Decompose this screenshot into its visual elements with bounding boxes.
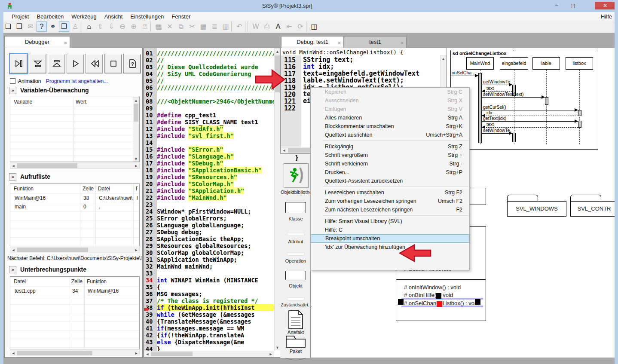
code-line[interactable]: ////////////////////////////////////// <box>157 50 274 57</box>
code-line[interactable]: #define SISY_CLASS_NAME test1 <box>157 119 274 125</box>
edit-note-icon[interactable]: ▤ <box>153 21 164 32</box>
code-line[interactable]: { <box>157 284 274 291</box>
code-line[interactable]: #include "SLanguage.h" <box>157 153 274 160</box>
code-line[interactable]: #include "SApplicationBasic.h" <box>157 167 274 174</box>
scroll-thumb[interactable] <box>17 248 88 252</box>
palette-zustandsattribut[interactable] <box>287 297 304 300</box>
message-line[interactable] <box>482 110 578 110</box>
menu-item-einstellungen[interactable]: Einstellungen <box>126 12 168 21</box>
undo-icon[interactable]: ↶ <box>234 21 245 32</box>
document-refresh-icon[interactable]: ⟳ <box>295 21 306 32</box>
context-menu-item-13[interactable]: Lesezeichen umschaltenStrg F2 <box>311 188 469 197</box>
code-line[interactable]: if (theWinApp.init(hThisInst <box>157 304 274 311</box>
word-export-icon[interactable]: W <box>251 21 261 32</box>
code-line[interactable]: {TranslateMessage(&messages <box>157 318 274 325</box>
scroll-thumb[interactable] <box>134 104 138 122</box>
code-line[interactable]: SColorMap globalColorMap; <box>157 249 274 256</box>
selection-handle-anchor[interactable] <box>437 301 442 307</box>
context-menu-item-9[interactable]: Schrift verkleinernStrg - <box>311 159 469 168</box>
scroll-up-arrow[interactable]: ▲ <box>275 49 280 54</box>
code-line[interactable]: #define cpp_test1 <box>157 112 274 119</box>
context-menu-item-17[interactable]: Hilfe: Smart Visual Library (SVL) <box>311 217 469 226</box>
breakpoints-hscrollbar[interactable]: ◄► <box>10 350 140 356</box>
context-menu-item-3[interactable]: Alles markierenStrg A <box>311 113 469 122</box>
context-menu-item-15[interactable]: Zum nächsten Lesezeichen springenF2 <box>311 205 469 214</box>
code-line[interactable]: lable.setWindowText(text); <box>303 77 440 84</box>
code-line[interactable]: text=eingabefeld.getWindowText <box>303 70 440 77</box>
menu-item-bearbeiten[interactable]: Bearbeiten <box>33 12 67 21</box>
code-line[interactable]: int idx; <box>303 63 440 70</box>
context-menu-item-7[interactable]: RückgängigStrg Z <box>311 142 469 151</box>
home-icon[interactable]: ⌂ <box>84 21 94 32</box>
delete-icon[interactable]: ✕ <box>165 21 175 32</box>
list-icon[interactable]: ≣ <box>209 21 220 32</box>
watch-hscrollbar[interactable]: ◄► <box>10 162 140 169</box>
menu-item-fenster[interactable]: Fenster <box>168 12 194 21</box>
scroll-left-arrow[interactable]: ◄ <box>11 163 16 168</box>
editor-vscrollbar[interactable]: ▲▼ <box>274 48 281 350</box>
breakpoints-table-row-0[interactable]: 34 <box>72 288 84 297</box>
code-line[interactable]: SWindow* pFirstWindow=NULL; <box>157 208 274 215</box>
callstack-table-row-1[interactable]: 0 <box>83 204 95 212</box>
columns-icon[interactable]: ▥ <box>220 21 231 32</box>
selection-handle-top[interactable] <box>436 293 441 299</box>
code-line[interactable] <box>157 201 274 208</box>
code-line[interactable]: SApplication theWinApp; <box>157 256 274 263</box>
context-menu-item-11[interactable]: Quelltext-Assistent zurücksetzen <box>311 177 469 185</box>
tab-debugger[interactable]: Debugger✕ <box>4 36 70 48</box>
close-button[interactable]: ✕ <box>595 2 615 9</box>
scroll-right-arrow[interactable]: ► <box>134 247 139 253</box>
context-menu-item-8[interactable]: Schrift vergrößernStrg + <box>311 151 469 159</box>
selection-handle-right[interactable] <box>475 299 480 305</box>
tab-test1[interactable]: test1✕ <box>344 36 407 48</box>
callstack-table-row-0[interactable]: C:\Users\huwi\... <box>99 195 133 204</box>
code-line[interactable]: ///<ObjektNummer>2946</ObjektNummer> <box>157 98 274 105</box>
step-over-button[interactable] <box>29 54 46 73</box>
mail-icon[interactable]: ✉ <box>25 21 36 32</box>
code-line[interactable]: SResources globalResources; <box>157 242 274 249</box>
code-line[interactable]: int WINAPI WinMain (HINSTANCE <box>157 277 274 284</box>
animation-checkbox[interactable] <box>10 78 15 84</box>
code-line[interactable]: SDebug debug; <box>157 229 274 236</box>
palette-artefakt[interactable] <box>288 310 303 329</box>
palette-operation[interactable] <box>287 253 304 256</box>
scroll-right-arrow[interactable]: ► <box>268 351 273 357</box>
palette-klasse[interactable] <box>285 202 306 213</box>
breakpoints-table-row-0[interactable]: test1.cpp <box>15 288 69 297</box>
context-menu-item-14[interactable]: Zum vorherigen Lesezeichen springenUmsch… <box>311 197 469 205</box>
watch-table-vscrollbar[interactable]: ▲▼ <box>133 97 139 162</box>
code-line[interactable] <box>157 105 274 112</box>
code-line[interactable]: SApplicationBasic theApp; <box>157 236 274 242</box>
maximize-button[interactable]: ▢ <box>566 2 579 9</box>
copy-icon[interactable]: ⧉ <box>176 21 186 32</box>
callstack-table-row-1[interactable]: main <box>15 204 80 212</box>
context-menu-item-1[interactable]: AusschneidenStrg X <box>311 96 469 105</box>
scroll-left-arrow[interactable]: ◄ <box>145 351 150 357</box>
cut-icon[interactable]: ✂ <box>187 21 197 32</box>
context-menu-item-20[interactable]: 'idx' zur Überwachung hinzufügen <box>311 243 469 251</box>
code-line[interactable] <box>157 270 274 277</box>
lifeline-eingabefeld[interactable]: eingabefeld <box>500 57 528 70</box>
package-svl_windows[interactable]: SVL_WINDOWS <box>507 201 566 217</box>
callstack-table-row-0[interactable]: hTl <box>137 195 138 204</box>
print-icon[interactable]: ⎙ <box>262 21 272 32</box>
paste-icon[interactable]: ▦ <box>198 21 208 32</box>
titlebar[interactable]: SiSy® [Projekt3.spr] – ▢ ✕ <box>0 0 618 12</box>
menu-item-projekt[interactable]: Projekt <box>8 12 33 21</box>
menu-item-hilfe[interactable]: Hilfe <box>601 13 612 20</box>
stop-button[interactable] <box>104 54 122 73</box>
callstack-collapse-button[interactable]: » <box>9 173 16 180</box>
message-line[interactable] <box>482 85 512 85</box>
code-line[interactable]: #include "SColorMap.h" <box>157 180 274 187</box>
scroll-thumb[interactable] <box>17 351 92 355</box>
window-preview-icon[interactable]: ❐ <box>59 21 69 32</box>
close-icon[interactable]: ✕ <box>337 37 341 49</box>
breakpoints-table-row-0[interactable]: WinMain@16 <box>88 288 138 297</box>
callstack-hscrollbar[interactable]: ◄► <box>10 247 140 253</box>
palette-attribut[interactable] <box>287 233 304 236</box>
package-svl_contr[interactable]: SVL_CONTR <box>570 201 618 217</box>
code-line[interactable]: #include "StdAfx.h" <box>157 125 274 132</box>
help-icon[interactable]: ? <box>37 21 47 32</box>
new-document-icon[interactable]: ❏ <box>3 21 13 32</box>
menu-item-werkzeug[interactable]: Werkzeug <box>67 12 100 21</box>
